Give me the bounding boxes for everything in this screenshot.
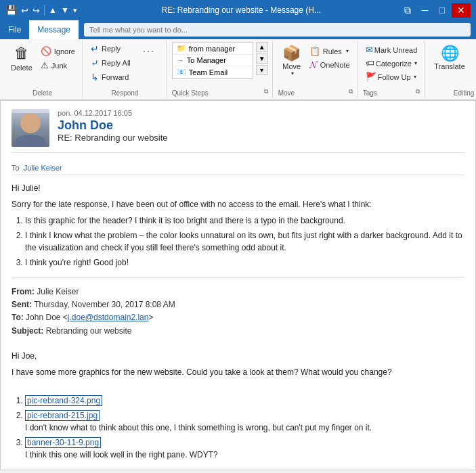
ignore-button[interactable]: 🚫 Ignore: [38, 45, 78, 58]
onenote-button[interactable]: 𝓝 OneNote: [307, 58, 353, 72]
ribbon-group-delete: 🗑 Delete 🚫 Ignore ⚠ Junk Delete: [3, 41, 83, 98]
body-points-list: Is this graphic for the header? I think …: [25, 215, 464, 269]
from-label: From:: [12, 287, 35, 296]
sent-label: Sent:: [12, 300, 32, 309]
junk-button[interactable]: ⚠ Junk: [38, 59, 78, 72]
ribbon-group-editing: 🌐 Translate ↖ Editing: [426, 41, 476, 98]
sender-avatar: [12, 109, 49, 147]
move-group-label: Move: [278, 87, 295, 97]
tell-me-search[interactable]: [84, 23, 471, 37]
email-date: pon. 04.12.2017 16:05: [58, 109, 464, 117]
move-button[interactable]: 📦 Move ▾: [278, 42, 305, 79]
quick-step-to-manager[interactable]: → To Manager: [173, 55, 253, 66]
quick-steps-scroll-down[interactable]: ▼: [256, 53, 268, 64]
window-title: RE: Rebranding our website - Message (H.…: [87, 5, 396, 15]
save-icon[interactable]: 💾: [5, 5, 17, 16]
email-sender: John Doe: [58, 118, 464, 133]
onenote-icon: 𝓝: [309, 60, 318, 70]
quoted-to-name: John Doe: [26, 313, 60, 322]
to-recipient-link[interactable]: Julie Keiser: [24, 164, 62, 172]
email-divider: [12, 277, 464, 277]
edit-action-button[interactable]: ↖: [471, 42, 476, 64]
delete-button[interactable]: 🗑 Delete: [7, 42, 37, 74]
body-point-1: Is this graphic for the header? I think …: [25, 215, 464, 227]
reply-icon: ↵: [91, 43, 99, 54]
menu-file[interactable]: File: [0, 20, 29, 39]
ribbon-group-quick-steps: 📁 from manager → To Manager 📧 Team Email…: [168, 41, 273, 98]
ribbon-group-respond: ↵ Reply ⤶ Reply All ↳ Forward ⋯ Respond: [84, 41, 167, 98]
move-dropdown-arrow: ▾: [291, 70, 294, 76]
expand-respond-icon: ⋯: [142, 43, 154, 58]
forward-icon: ↳: [91, 72, 99, 83]
quick-step-team-icon: 📧: [177, 68, 186, 76]
quoted-to-email-link[interactable]: j.doe@dstdomain2.lan: [68, 313, 149, 322]
quick-step-from-manager[interactable]: 📁 from manager: [173, 43, 253, 55]
follow-up-button[interactable]: 🚩 Follow Up ▾: [363, 70, 420, 83]
ignore-icon: 🚫: [41, 46, 51, 56]
attachment-link-3[interactable]: banner-30-11-9.png: [25, 437, 101, 448]
tags-group-label: Tags: [363, 87, 377, 97]
menu-message[interactable]: Message: [29, 20, 79, 39]
translate-button[interactable]: 🌐 Translate: [430, 42, 469, 73]
attachment-link-2[interactable]: pic-rebrand-215.jpg: [25, 410, 100, 421]
quick-step-folder-icon: 📁: [177, 44, 186, 53]
rules-icon: 📋: [309, 46, 320, 56]
delete-icon: 🗑: [14, 45, 29, 62]
quick-steps-expand-icon[interactable]: ⧉: [264, 88, 268, 95]
up-arrow-icon[interactable]: ▲: [49, 5, 57, 15]
quoted-body-text: I have some more graphics for the new we…: [12, 366, 464, 378]
quick-steps-scroll-up[interactable]: ▲: [256, 42, 268, 52]
move-icon: 📦: [282, 45, 301, 62]
restore-window-button[interactable]: ⧉: [400, 3, 415, 18]
categorize-button[interactable]: 🏷 Categorize ▾: [363, 57, 420, 70]
forward-button[interactable]: ↳ Forward: [88, 70, 133, 84]
redo-icon[interactable]: ↪: [33, 5, 40, 16]
email-to-line: To Julie Keiser: [12, 161, 464, 175]
subject-label: Subject:: [12, 326, 43, 336]
ribbon: 🗑 Delete 🚫 Ignore ⚠ Junk Delete ↵: [0, 39, 476, 100]
reply-all-button[interactable]: ⤶ Reply All: [88, 56, 133, 70]
rules-button[interactable]: 📋 Rules ▾: [307, 45, 353, 58]
tags-expand-icon[interactable]: ⧉: [416, 88, 420, 95]
quick-step-team-email[interactable]: 📧 Team Email: [173, 66, 253, 78]
ribbon-group-move: 📦 Move ▾ 📋 Rules ▾ 𝓝 OneNote Move ⧉: [274, 41, 358, 98]
minimize-window-button[interactable]: ─: [418, 3, 433, 18]
reply-button[interactable]: ↵ Reply: [88, 42, 133, 55]
ribbon-group-tags: ✉ Mark Unread 🏷 Categorize ▾ 🚩 Follow Up…: [359, 41, 425, 98]
junk-icon: ⚠: [41, 60, 49, 70]
quoted-attachments-list: pic-rebrand-324.png pic-rebrand-215.jpg …: [25, 395, 464, 461]
quoted-email-info: From: Julie Keiser Sent: Thursday, Novem…: [12, 286, 464, 338]
rules-dropdown-arrow: ▾: [346, 48, 349, 54]
follow-up-icon: 🚩: [366, 72, 376, 82]
mark-unread-button[interactable]: ✉ Mark Unread: [363, 43, 420, 56]
quick-steps-more[interactable]: ▾: [256, 65, 268, 75]
quick-step-forward-icon: →: [177, 56, 184, 64]
body-intro: Sorry for the late response, I have been…: [12, 198, 464, 210]
sent-value: Thursday, November 30, 2017 8:08 AM: [34, 300, 175, 309]
attachment-item-1: pic-rebrand-324.png: [25, 395, 464, 407]
quick-steps-list: 📁 from manager → To Manager 📧 Team Email: [172, 42, 253, 79]
attachment-item-2: pic-rebrand-215.jpg I don't know what to…: [25, 409, 464, 434]
maximize-window-button[interactable]: □: [435, 3, 449, 18]
quoted-body-greeting: Hi Joe,: [12, 350, 464, 362]
mark-unread-icon: ✉: [366, 45, 373, 55]
body-point-2: I think I know what the problem – the co…: [25, 229, 464, 254]
to-label: To: [12, 164, 20, 172]
close-window-button[interactable]: ✕: [452, 3, 471, 18]
customize-icon[interactable]: ▾: [73, 6, 77, 15]
subject-value: Rebranding our website: [46, 326, 132, 336]
undo-icon[interactable]: ↩: [21, 5, 28, 16]
menu-bar: File Message: [0, 20, 476, 39]
attachment-item-3: banner-30-11-9.png I think this one will…: [25, 436, 464, 461]
title-bar: 💾 ↩ ↪ ▲ ▼ ▾ RE: Rebranding our website -…: [0, 0, 476, 20]
down-arrow-icon[interactable]: ▼: [61, 5, 69, 15]
attachment-link-1[interactable]: pic-rebrand-324.png: [25, 395, 102, 406]
respond-group-label: Respond: [88, 87, 162, 97]
delete-group-label: Delete: [7, 87, 78, 97]
follow-up-dropdown-arrow: ▾: [414, 74, 416, 80]
attachment-note-3: I think this one will look well in the r…: [25, 450, 218, 459]
email-content: pon. 04.12.2017 16:05 John Doe RE: Rebra…: [0, 100, 476, 470]
move-expand-icon[interactable]: ⧉: [349, 88, 353, 95]
categorize-dropdown-arrow: ▾: [414, 60, 417, 66]
more-respond-button[interactable]: ⋯: [135, 42, 162, 60]
